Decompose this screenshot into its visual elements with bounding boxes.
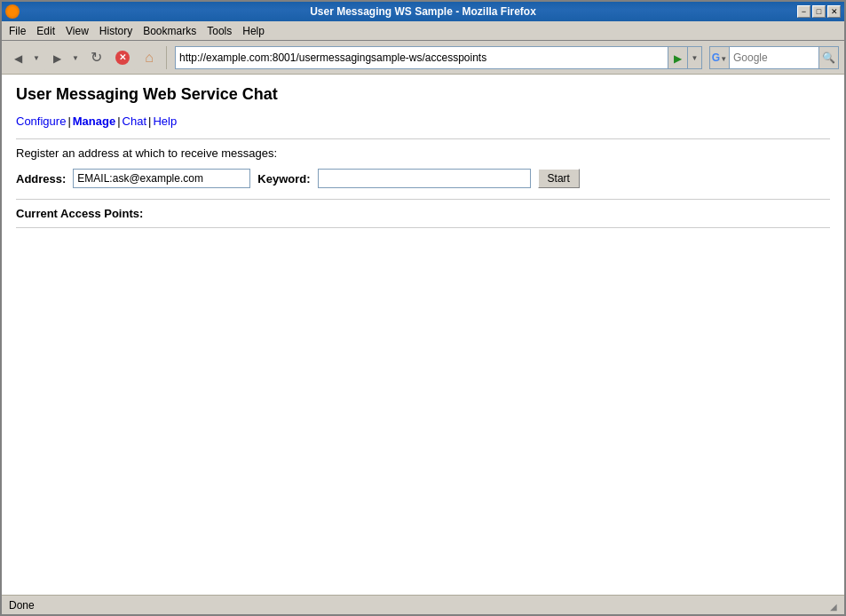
statusbar: Done ◢ [2,595,844,614]
google-search-bar: G [709,46,839,69]
toolbar-separator-1 [166,46,167,69]
address-input[interactable] [176,50,668,66]
nav-help[interactable]: Help [153,115,177,128]
browser-window: User Messaging WS Sample - Mozilla Firef… [0,0,846,616]
google-search-button[interactable] [818,47,838,68]
nav-sep-3: | [148,115,151,128]
forward-group [44,44,82,71]
address-bar [175,46,702,69]
restore-button[interactable]: □ [812,5,826,18]
stop-icon: ✕ [115,51,130,65]
minimize-button[interactable]: − [797,5,810,18]
resize-handle[interactable]: ◢ [825,599,837,612]
menu-file[interactable]: File [4,23,31,39]
back-arrow-down-icon [33,53,40,62]
menu-help[interactable]: Help [237,23,270,39]
stop-button[interactable]: ✕ [110,44,135,71]
titlebar-left [5,4,20,19]
nav-chat[interactable]: Chat [123,115,146,128]
nav-links: Configure | Manage | Chat | Help [16,115,830,128]
address-field[interactable] [73,169,250,188]
nav-sep-2: | [117,115,120,128]
forward-button[interactable] [44,44,69,71]
reload-button[interactable] [83,44,108,71]
page-title: User Messaging Web Service Chat [16,85,830,104]
titlebar-buttons: − □ ✕ [797,5,841,18]
divider-1 [16,138,830,139]
current-access-points-label: Current Access Points: [16,207,830,220]
back-dropdown[interactable] [30,44,43,71]
toolbar: ✕ G [2,41,844,75]
nav-sep-1: | [67,115,70,128]
status-text: Done [9,599,35,612]
menu-tools[interactable]: Tools [202,23,237,39]
start-button[interactable]: Start [538,169,580,188]
nav-configure[interactable]: Configure [16,115,66,128]
address-go-button[interactable] [668,47,687,68]
keyword-label: Keyword: [257,172,310,186]
address-arrow-down-icon [692,53,699,62]
reload-icon [91,49,102,66]
forward-icon [53,51,61,65]
resize-icon: ◢ [830,602,837,612]
forward-dropdown[interactable] [69,44,82,71]
back-button[interactable] [5,44,30,71]
google-dropdown-icon [720,51,727,64]
google-search-input[interactable] [730,50,818,66]
menu-history[interactable]: History [94,23,138,39]
forward-arrow-down-icon [72,53,79,62]
window-title: User Messaging WS Sample - Mozilla Firef… [0,5,846,18]
divider-2 [16,199,830,200]
page-content: User Messaging Web Service Chat Configur… [2,75,844,595]
back-icon [14,51,22,65]
go-icon [674,51,682,65]
home-button[interactable] [137,44,162,71]
back-group [5,44,43,71]
google-g-icon: G [712,51,720,64]
titlebar: User Messaging WS Sample - Mozilla Firef… [2,2,844,21]
google-icon-area[interactable]: G [710,47,730,68]
content-area: User Messaging Web Service Chat Configur… [2,75,844,595]
home-icon [145,50,154,66]
address-dropdown-button[interactable] [687,47,701,68]
menu-bookmarks[interactable]: Bookmarks [138,23,202,39]
search-icon [822,51,835,64]
firefox-icon [5,4,20,19]
keyword-field[interactable] [318,169,531,188]
menubar: File Edit View History Bookmarks Tools H… [2,21,844,41]
divider-3 [16,227,830,228]
register-text: Register an address at which to receive … [16,146,830,160]
close-button[interactable]: ✕ [827,5,841,18]
menu-view[interactable]: View [60,23,94,39]
address-form-row: Address: Keyword: Start [16,169,830,188]
menu-edit[interactable]: Edit [31,23,60,39]
nav-manage[interactable]: Manage [73,115,115,128]
address-label: Address: [16,172,66,186]
